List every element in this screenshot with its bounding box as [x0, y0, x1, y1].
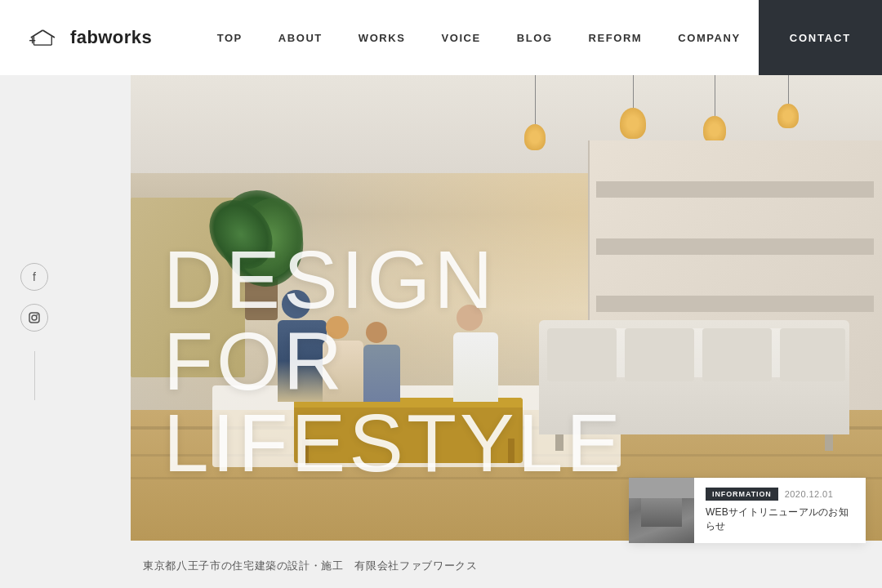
main-nav: TOP ABOUT WORKS VOICE BLOG REFORM COMPAN…	[199, 0, 882, 75]
left-panel	[0, 75, 131, 541]
nav-contact[interactable]: CONTACT	[759, 0, 882, 75]
svg-point-8	[32, 315, 37, 320]
nav-works[interactable]: WORKS	[341, 0, 424, 75]
hero-image-inner	[131, 75, 882, 541]
svg-line-1	[42, 30, 55, 38]
shelf-3	[596, 296, 874, 312]
pendant-light-2	[621, 75, 645, 139]
nav-top[interactable]: TOP	[199, 0, 261, 75]
pendant-light-1	[523, 75, 547, 150]
info-thumbnail	[629, 478, 694, 543]
tagline: 東京都八王子市の住宅建築の設計・施工 有限会社ファブワークス	[143, 559, 478, 573]
nav-blog[interactable]: BLOG	[499, 0, 571, 75]
sofa	[539, 320, 849, 434]
header: fabworks TOP ABOUT WORKS VOICE BLOG REFO…	[0, 0, 882, 75]
social-divider	[34, 351, 35, 400]
svg-line-0	[31, 30, 43, 38]
shelf-2	[596, 238, 874, 255]
nav-about[interactable]: ABOUT	[261, 0, 341, 75]
instagram-icon[interactable]	[20, 304, 48, 332]
sofa-leg-1	[825, 434, 833, 451]
info-title: WEBサイトリニューアルのお知らせ	[706, 506, 854, 533]
svg-point-9	[37, 314, 38, 316]
pendant-light-4	[776, 75, 800, 128]
nav-reform[interactable]: REFORM	[571, 0, 661, 75]
social-icons: f	[20, 263, 48, 400]
logo-icon	[29, 26, 62, 49]
shelf-1	[596, 181, 874, 198]
main-area: DESIGN FOR LIFESTYLE f 東京都八王子市の住宅建築の設計・施…	[0, 75, 882, 588]
info-badge: INFORMATION	[706, 488, 778, 501]
nav-company[interactable]: COMPANY	[660, 0, 758, 75]
logo-text: fabworks	[70, 27, 152, 48]
sofa-leg-2	[555, 434, 564, 451]
nav-voice[interactable]: VOICE	[424, 0, 499, 75]
info-header-row: INFORMATION 2020.12.01	[706, 488, 854, 501]
info-date: 2020.12.01	[785, 489, 833, 499]
info-content: INFORMATION 2020.12.01 WEBサイトリニューアルのお知らせ	[694, 479, 866, 541]
hero-image	[131, 75, 882, 541]
info-box[interactable]: INFORMATION 2020.12.01 WEBサイトリニューアルのお知らせ	[629, 478, 866, 543]
info-thumbnail-inner	[629, 478, 694, 543]
pendant-light-3	[702, 75, 727, 144]
facebook-icon[interactable]: f	[20, 263, 48, 291]
coffee-table	[294, 398, 523, 463]
logo-area: fabworks	[0, 26, 163, 49]
people-group	[278, 290, 498, 402]
